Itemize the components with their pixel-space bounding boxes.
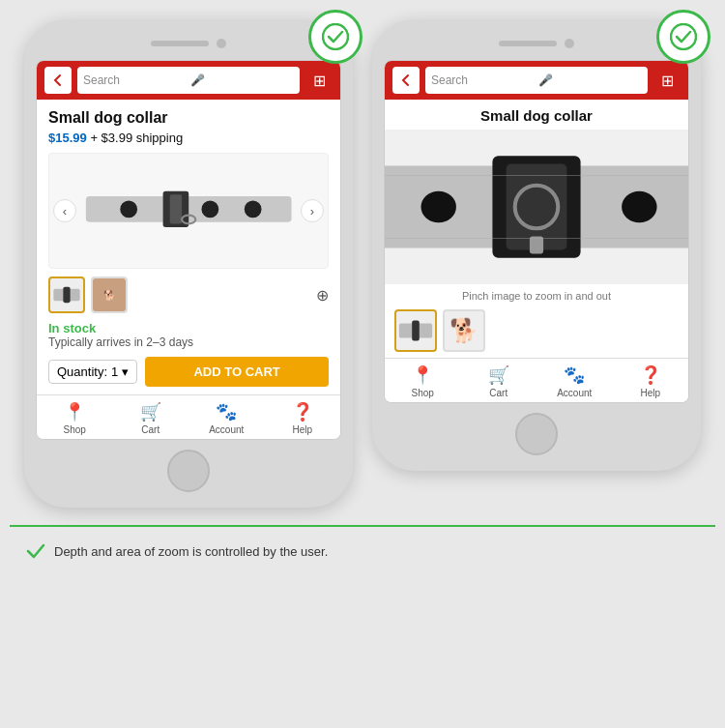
back-arrow-icon-left — [51, 73, 65, 87]
quantity-select-left[interactable]: Quantity: 1 ▾ — [48, 360, 137, 384]
footer-check-icon — [25, 540, 46, 562]
quantity-label-left: Quantity: — [57, 364, 107, 379]
nav-account-label-left: Account — [209, 424, 244, 435]
svg-point-10 — [671, 24, 696, 49]
home-button-left[interactable] — [167, 450, 210, 492]
nav-help-left[interactable]: ❓ Help — [265, 395, 341, 439]
svg-point-0 — [323, 24, 348, 49]
phone-outer-right: Search 🎤 ⊞ Small dog collar — [372, 19, 701, 471]
pinch-hint-right: Pinch image to zoom in and out — [385, 284, 688, 306]
zoom-thumb-dog[interactable]: 🐕 — [443, 309, 485, 352]
back-button-left[interactable] — [44, 67, 72, 94]
phone-camera-left — [217, 39, 226, 48]
footer-note: Depth and area of zoom is controlled by … — [25, 540, 715, 562]
nav-shop-label-left: Shop — [64, 424, 86, 435]
zoom-thumb-collar[interactable] — [394, 309, 437, 352]
quantity-value-left: 1 — [111, 364, 118, 379]
quantity-chevron-left: ▾ — [122, 364, 129, 379]
svg-point-6 — [245, 200, 262, 218]
cart-icon-left: 🛒 — [140, 401, 161, 422]
footer-area: Depth and area of zoom is controlled by … — [10, 525, 715, 562]
zoom-product-content-right: Small dog collar — [385, 100, 688, 124]
cart-icon-right: 🛒 — [488, 364, 509, 386]
price-value-left: $15.99 — [48, 131, 87, 145]
search-placeholder-left: Search — [83, 73, 187, 87]
zoom-thumb-collar-icon — [397, 317, 434, 344]
phone-right: Search 🎤 ⊞ Small dog collar — [372, 19, 701, 471]
phone-camera-right — [565, 39, 574, 48]
nav-account-right[interactable]: 🐾 Account — [536, 359, 613, 402]
back-arrow-icon-right — [399, 73, 413, 87]
search-bar-right[interactable]: Search 🎤 — [425, 67, 648, 94]
nav-cart-label-left: Cart — [141, 424, 160, 435]
svg-rect-3 — [169, 194, 181, 223]
nav-account-left[interactable]: 🐾 Account — [188, 395, 265, 439]
product-title-left: Small dog collar — [48, 109, 329, 127]
phones-comparison: Search 🎤 ⊞ Small dog collar $15.99 + $3.… — [24, 19, 701, 508]
add-to-cart-button-left[interactable]: ADD TO CART — [145, 357, 329, 387]
product-price-left: $15.99 + $3.99 shipping — [48, 131, 329, 145]
svg-point-17 — [622, 191, 656, 222]
nav-help-label-left: Help — [292, 424, 312, 435]
footer-note-text: Depth and area of zoom is controlled by … — [54, 544, 328, 559]
account-icon-left: 🐾 — [216, 401, 237, 422]
mic-icon-right[interactable]: 🎤 — [538, 73, 642, 87]
phone-notch-right — [384, 33, 689, 54]
help-icon-right: ❓ — [640, 364, 661, 386]
menu-icon-left[interactable]: ⊞ — [305, 67, 333, 94]
nav-help-label-right: Help — [640, 388, 660, 398]
check-badge-left — [308, 10, 362, 64]
back-button-right[interactable] — [392, 67, 420, 94]
phone-speaker-right — [499, 41, 557, 46]
thumbnail-dog-left[interactable]: 🐕 — [91, 277, 128, 313]
product-content-left: Small dog collar $15.99 + $3.99 shipping… — [37, 100, 340, 387]
nav-help-right[interactable]: ❓ Help — [613, 359, 689, 402]
shipping-text-left: + $3.99 shipping — [90, 131, 183, 145]
svg-point-4 — [120, 200, 137, 218]
nav-cart-right[interactable]: 🛒 Cart — [461, 359, 537, 402]
phone-left: Search 🎤 ⊞ Small dog collar $15.99 + $3.… — [24, 19, 353, 508]
zoom-thumb-dog-img: 🐕 — [450, 317, 478, 344]
nav-shop-left[interactable]: 📍 Shop — [37, 395, 113, 439]
search-bar-left[interactable]: Search 🎤 — [77, 67, 300, 94]
arrives-text-left: Typically arrives in 2–3 days — [48, 335, 329, 349]
thumbnail-row-left: 🐕 ⊕ — [48, 277, 329, 313]
phone-notch-left — [36, 33, 341, 54]
help-icon-left: ❓ — [292, 401, 313, 422]
in-stock-label-left: In stock — [48, 321, 329, 335]
checkmark-icon — [322, 23, 349, 50]
next-arrow-left[interactable]: › — [301, 199, 324, 222]
menu-icon-right[interactable]: ⊞ — [653, 67, 681, 94]
svg-rect-22 — [412, 321, 420, 341]
nav-shop-right[interactable]: 📍 Shop — [385, 359, 461, 402]
thumbnail-collar-left[interactable] — [48, 277, 85, 313]
prev-arrow-left[interactable]: ‹ — [53, 199, 76, 222]
product-image-area-left: ‹ — [48, 153, 329, 269]
product-title-right: Small dog collar — [394, 107, 679, 124]
account-icon-right: 🐾 — [564, 364, 585, 386]
checkmark-icon-right — [670, 23, 697, 50]
thumb-dog-img: 🐕 — [93, 278, 126, 311]
nav-shop-label-right: Shop — [412, 388, 434, 398]
check-badge-right — [656, 10, 710, 64]
collar-image-left — [77, 162, 300, 259]
app-header-right: Search 🎤 ⊞ — [385, 61, 688, 100]
svg-rect-15 — [530, 236, 543, 253]
nav-cart-label-right: Cart — [489, 388, 508, 398]
shop-icon-left: 📍 — [64, 401, 85, 422]
home-button-right[interactable] — [515, 413, 558, 455]
svg-point-16 — [420, 191, 455, 222]
svg-rect-9 — [63, 287, 70, 303]
thumb-collar-icon — [51, 285, 82, 305]
zoom-icon-left[interactable]: ⊕ — [316, 286, 329, 305]
bottom-nav-right: 📍 Shop 🛒 Cart 🐾 Account ❓ Help — [385, 358, 688, 402]
zoom-thumb-row-right: 🐕 — [385, 306, 688, 358]
shop-icon-right: 📍 — [412, 364, 433, 386]
quantity-row-left: Quantity: 1 ▾ ADD TO CART — [48, 357, 329, 387]
search-placeholder-right: Search — [431, 73, 535, 87]
phone-screen-right: Search 🎤 ⊞ Small dog collar — [384, 60, 689, 403]
mic-icon-left[interactable]: 🎤 — [190, 73, 294, 87]
zoom-image-area-right — [385, 130, 688, 284]
phone-screen-left: Search 🎤 ⊞ Small dog collar $15.99 + $3.… — [36, 60, 341, 440]
nav-cart-left[interactable]: 🛒 Cart — [113, 395, 189, 439]
